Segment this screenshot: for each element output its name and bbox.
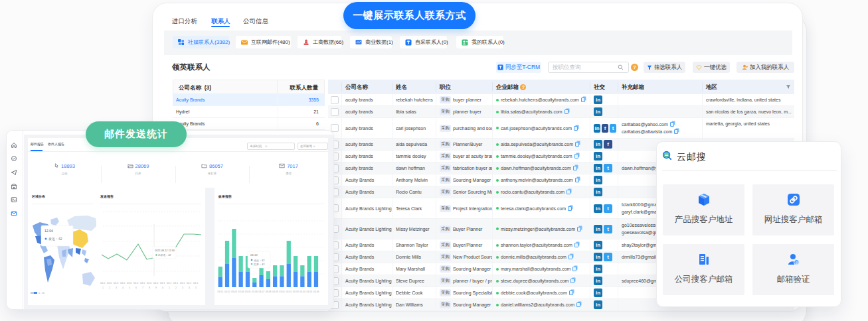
- svg-text:4: 4: [122, 287, 124, 289]
- svg-text:03-0: 03-0: [153, 282, 158, 285]
- svg-text:03-1: 03-1: [180, 282, 185, 285]
- svg-text:03-01: 03-01: [279, 290, 285, 293]
- svg-text:7: 7: [142, 287, 143, 289]
- svg-text:3: 3: [182, 287, 183, 289]
- svg-text:03-12: 03-12: [250, 253, 258, 257]
- svg-text:03-06: 03-06: [252, 290, 258, 293]
- svg-text:03-0: 03-0: [114, 282, 118, 285]
- svg-text:0: 0: [162, 287, 163, 289]
- svg-text:03-1: 03-1: [193, 282, 198, 285]
- svg-text:03-1: 03-1: [160, 282, 165, 285]
- svg-text:2: 2: [109, 287, 110, 289]
- svg-text:03-0: 03-0: [100, 282, 105, 285]
- svg-text:9: 9: [155, 287, 157, 289]
- svg-text:@: @: [795, 261, 799, 265]
- svg-text:发送：42: 发送：42: [48, 237, 62, 241]
- svg-text:2: 2: [175, 287, 177, 289]
- svg-text:5: 5: [129, 287, 130, 289]
- svg-text:03-03: 03-03: [293, 290, 299, 293]
- svg-text:03-04: 03-04: [238, 290, 244, 293]
- svg-text:12-04: 12-04: [44, 229, 53, 233]
- svg-text:8: 8: [149, 287, 150, 289]
- svg-text:03-0: 03-0: [107, 282, 112, 285]
- svg-text:点击：42: 点击：42: [254, 259, 265, 262]
- svg-text:03-02: 03-02: [286, 290, 292, 293]
- svg-text:03-0: 03-0: [147, 282, 151, 285]
- svg-text:03-08: 03-08: [266, 290, 272, 293]
- svg-text:1: 1: [102, 287, 104, 289]
- svg-text:3: 3: [116, 287, 117, 289]
- svg-text:03-0: 03-0: [133, 282, 138, 285]
- svg-text:1: 1: [169, 287, 170, 289]
- svg-text:03-0: 03-0: [140, 282, 145, 285]
- svg-text:03-05: 03-05: [245, 290, 251, 293]
- svg-text:03-02: 03-02: [224, 290, 230, 293]
- svg-text:5: 5: [195, 287, 197, 289]
- svg-text:03-09: 03-09: [272, 290, 278, 293]
- svg-text:03-0: 03-0: [127, 282, 131, 285]
- svg-text:03-1: 03-1: [173, 282, 178, 285]
- svg-text:03-1: 03-1: [167, 282, 171, 285]
- svg-text:03-1: 03-1: [187, 282, 191, 285]
- svg-text:03-06: 03-06: [313, 290, 319, 293]
- svg-text:03-0: 03-0: [120, 282, 125, 285]
- svg-text:03-05: 03-05: [307, 290, 313, 293]
- svg-text:已发送：42: 已发送：42: [158, 253, 171, 257]
- svg-text:4: 4: [189, 287, 190, 289]
- svg-text:0 - 50: 0 - 50: [39, 292, 44, 294]
- svg-text:2022-08-12 12:30: 2022-08-12 12:30: [155, 249, 175, 252]
- svg-text:03-03: 03-03: [231, 290, 237, 293]
- svg-text:03-04: 03-04: [300, 290, 305, 293]
- svg-text:03-01: 03-01: [218, 290, 224, 293]
- svg-text:6: 6: [135, 287, 137, 289]
- svg-text:03-07: 03-07: [258, 290, 264, 293]
